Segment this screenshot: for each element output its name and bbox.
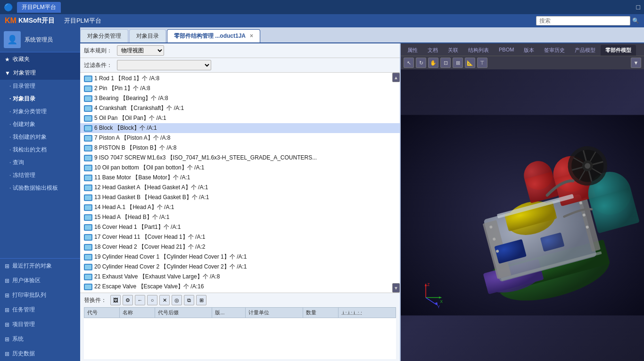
col-extra: .i.:.i.:.i..:.: <box>339 308 396 318</box>
sidebar-item-system[interactable]: ⊞ 系统 <box>0 332 80 346</box>
sidebar-item-print[interactable]: ⊞ 打印审批队列 <box>0 288 80 302</box>
condition-select[interactable] <box>117 60 211 70</box>
tab-object-classify[interactable]: 对象分类管理 <box>80 29 128 42</box>
rtab-product-model[interactable]: 产品模型 <box>570 45 600 56</box>
tool-cursor[interactable]: ↖ <box>404 58 414 68</box>
tree-item-text: 17 Cover Head 11 【Cover Head 1】个 /A:1 <box>94 233 205 241</box>
replace-btn-4[interactable]: ○ <box>147 295 157 305</box>
sidebar-item-my-docs[interactable]: · 我检出的文档 <box>0 143 80 156</box>
tab-label[interactable]: 开目PLM平台 <box>17 2 61 13</box>
tab-parts-close[interactable]: × <box>250 33 253 39</box>
tree-item-icon <box>84 85 92 92</box>
tree-item-12[interactable]: 12 Head Gasket A 【Head Gasket A】个 /A:1 <box>80 183 400 193</box>
sidebar-section-favorites[interactable]: ★ 收藏夹 <box>0 52 80 66</box>
sidebar-item-projects[interactable]: ⊞ 项目管理 <box>0 317 80 332</box>
sidebar-item-tasks[interactable]: ⊞ 任务管理 <box>0 302 80 317</box>
toolbar-dropdown[interactable]: ▼ <box>631 58 641 68</box>
tool-section[interactable]: ⊤ <box>477 58 487 68</box>
rtab-approval-history[interactable]: 签审历史 <box>539 45 570 56</box>
chevron-down-icon[interactable]: ▼ <box>631 58 641 68</box>
tree-item-13[interactable]: 13 Head Gasket B 【Head Gasket B】个 /A:1 <box>80 193 400 202</box>
rtab-parts-model[interactable]: 零部件模型 <box>601 45 636 56</box>
sidebar-section-objects[interactable]: ▼ 对象管理 <box>0 66 80 80</box>
right-tabs: 属性 文档 关联 结构列表 PBOM 版本 签审历史 产品模型 零部件模型 <box>401 43 644 56</box>
menu-bar: KM KMSoft开目 开目PLM平台 🔍 <box>0 14 644 27</box>
tree-item-21[interactable]: 21 Exhaust Valve 【Exhaust Valve Large】个 … <box>80 272 400 282</box>
sidebar-item-catalog-mgmt[interactable]: · 目录管理 <box>0 80 80 92</box>
tree-item-icon <box>84 105 92 112</box>
tree-item-7[interactable]: 7 Piston A 【Piston A】个 /A:8 <box>80 133 400 143</box>
sidebar-item-history[interactable]: ⊞ 历史数据 <box>0 346 80 361</box>
tool-measure[interactable]: 📐 <box>465 58 475 68</box>
sidebar-item-export-template[interactable]: · 试验数据输出模板 <box>0 182 80 194</box>
tree-item-22[interactable]: 22 Escape Valve 【Escape Valve】个 /A:16 <box>80 282 400 292</box>
search-input[interactable] <box>536 16 630 25</box>
tree-item-icon <box>84 194 92 201</box>
tree-item-text: 6 Block 【Block】个 /A:1 <box>94 124 157 132</box>
sidebar-item-object-catalog[interactable]: · 对象目录 <box>0 92 80 105</box>
version-select[interactable]: 物理视图 <box>117 45 164 56</box>
tree-item-10[interactable]: 10 Oil pan bottom 【Oil pan botton】个 /A:1 <box>80 163 400 173</box>
tree-item-19[interactable]: 19 Cylinder Head Cover 1 【Cylinder Head … <box>80 252 400 262</box>
rtab-pbom[interactable]: PBOM <box>494 45 519 56</box>
brand-logo: KM KMSoft开目 <box>5 17 55 25</box>
tree-item-9[interactable]: 9 ISO 7047 SCREW M1.6x3 【ISO_7047_M1.6x3… <box>80 153 400 163</box>
tool-zoom-fit[interactable]: ⊡ <box>440 58 451 68</box>
maximize-btn[interactable]: □ <box>636 3 640 11</box>
tree-item-11[interactable]: 11 Base Motor 【Base Motor】个 /A:1 <box>80 173 400 183</box>
tree-item-15[interactable]: 15 Head A 【Head B】个 /A:1 <box>80 212 400 222</box>
tree-item-20[interactable]: 20 Cylinder Head Cover 2 【Cylinder Head … <box>80 262 400 272</box>
rtab-version[interactable]: 版本 <box>519 45 539 56</box>
app-title: 开目PLM平台 <box>64 17 101 25</box>
replace-btn-1[interactable]: 🖼 <box>110 295 121 305</box>
tree-item-14[interactable]: 14 Head A.1 【Head A】个 /A:1 <box>80 202 400 212</box>
tab-parts-structure[interactable]: 零部件结构管理 ...oduct1JA × <box>167 29 260 42</box>
scroll-down-arrow[interactable]: ▼ <box>392 283 400 293</box>
tree-item-icon <box>84 145 92 151</box>
rtab-documents[interactable]: 文档 <box>423 45 443 56</box>
replace-btn-2[interactable]: ⚙ <box>123 295 133 305</box>
tree-item-4[interactable]: 4 Crankshaft 【Crankshaft】个 /A:1 <box>80 103 400 113</box>
sidebar-item-recent[interactable]: ⊞ 最近打开的对象 <box>0 259 80 273</box>
tree-item-icon <box>84 125 92 132</box>
rtab-relations[interactable]: 关联 <box>443 45 463 56</box>
tree-item-16[interactable]: 16 Cover Head 1 【Part1】个 /A:1 <box>80 222 400 232</box>
replace-btn-7[interactable]: ⧉ <box>184 295 194 305</box>
tool-rotate[interactable]: ↻ <box>416 58 426 68</box>
tree-item-8[interactable]: 8 PISTON B 【Piston B】个 /A:8 <box>80 143 400 153</box>
tree-item-5[interactable]: 5 Oil Pan 【Oil Pan】个 /A:1 <box>80 113 400 123</box>
replace-btn-3[interactable]: ← <box>135 295 145 305</box>
tree-item-text: 13 Head Gasket B 【Head Gasket B】个 /A:1 <box>94 193 209 201</box>
sidebar-item-query[interactable]: · 查询 <box>0 156 80 169</box>
col-name: 名称 <box>119 308 155 318</box>
sidebar-item-my-objects[interactable]: · 我创建的对象 <box>0 131 80 143</box>
replace-btn-6[interactable]: ◎ <box>172 295 182 305</box>
rtab-properties[interactable]: 属性 <box>403 45 422 56</box>
tree-item-6[interactable]: 6 Block 【Block】个 /A:1 <box>80 123 400 133</box>
tree-item-18[interactable]: 18 Cover Head 2 【Cover Head 21】个 /A:2 <box>80 242 400 252</box>
tool-pan[interactable]: ✋ <box>428 58 438 68</box>
sidebar-item-object-classify[interactable]: · 对象分类管理 <box>0 105 80 118</box>
rtab-structure-list[interactable]: 结构列表 <box>463 45 494 56</box>
sidebar-item-freeze[interactable]: · 冻结管理 <box>0 169 80 182</box>
sidebar-item-create-object[interactable]: · 创建对象 <box>0 118 80 131</box>
tree-item-text: 2 Pin 【Pin 1】个 /A:8 <box>94 84 150 92</box>
tool-zoom-rect[interactable]: ⊞ <box>453 58 463 68</box>
brand-icon: KM <box>5 17 17 25</box>
tab-object-catalog-label: 对象目录 <box>136 33 159 39</box>
tab-object-catalog[interactable]: 对象目录 <box>129 29 166 42</box>
tree-item-1[interactable]: 1 Rod 1 【Rod 1】个 /A:8 <box>80 74 400 84</box>
3d-viewport[interactable]: Z X Y <box>401 69 644 361</box>
replace-btn-8[interactable]: ⊞ <box>196 295 206 305</box>
tree-item-2[interactable]: 2 Pin 【Pin 1】个 /A:8 <box>80 84 400 93</box>
tree-item-23[interactable]: 23 Primitive Canshaft 1 【Primitve Cansha… <box>80 292 400 293</box>
tree-item-3[interactable]: 3 Bearing 【Bearing】个 /A:8 <box>80 93 400 103</box>
scroll-up-arrow[interactable]: ▲ <box>392 73 400 82</box>
replace-btn-5[interactable]: ✕ <box>159 295 170 305</box>
sidebar-item-ux[interactable]: ⊞ 用户体验区 <box>0 273 80 288</box>
sidebar-bottom: ⊞ 最近打开的对象 ⊞ 用户体验区 ⊞ 打印审批队列 ⊞ 任务管理 ⊞ 项目管理… <box>0 258 80 361</box>
tree-item-17[interactable]: 17 Cover Head 11 【Cover Head 1】个 /A:1 <box>80 232 400 242</box>
avatar: 👤 <box>4 31 21 48</box>
search-icon[interactable]: 🔍 <box>632 17 639 24</box>
tree-item-text: 20 Cylinder Head Cover 2 【Cylinder Head … <box>94 263 247 271</box>
